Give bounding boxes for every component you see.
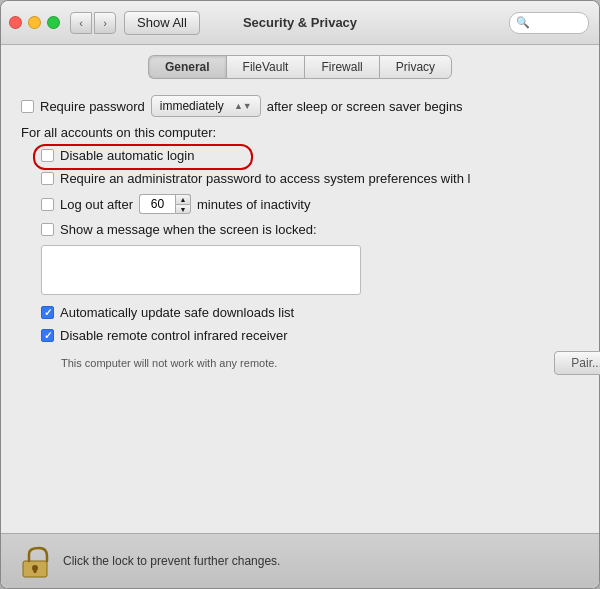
nav-forward-button[interactable]: › — [94, 12, 116, 34]
auto-update-row: Automatically update safe downloads list — [41, 305, 579, 320]
admin-password-checkbox[interactable] — [41, 172, 54, 185]
tab-privacy[interactable]: Privacy — [379, 55, 452, 79]
tab-general[interactable]: General — [148, 55, 226, 79]
nav-buttons: ‹ › — [70, 12, 116, 34]
svg-rect-2 — [34, 569, 37, 573]
show-message-checkbox[interactable] — [41, 223, 54, 236]
accounts-section-label: For all accounts on this computer: — [21, 125, 579, 140]
show-all-button[interactable]: Show All — [124, 11, 200, 35]
disable-remote-sub-label: This computer will not work with any rem… — [61, 357, 277, 369]
admin-password-label: Require an administrator password to acc… — [60, 171, 470, 186]
tab-bar: General FileVault Firewall Privacy — [21, 55, 579, 79]
pair-row: This computer will not work with any rem… — [61, 351, 600, 375]
stepper-down-button[interactable]: ▼ — [175, 204, 191, 214]
maximize-button[interactable] — [47, 16, 60, 29]
minimize-button[interactable] — [28, 16, 41, 29]
lock-label: Click the lock to prevent further change… — [63, 554, 280, 568]
show-message-row: Show a message when the screen is locked… — [41, 222, 579, 237]
logout-label-before: Log out after — [60, 197, 133, 212]
lock-icon[interactable] — [17, 543, 53, 579]
window-title: Security & Privacy — [243, 15, 357, 30]
tab-filevault[interactable]: FileVault — [226, 55, 305, 79]
logout-checkbox[interactable] — [41, 198, 54, 211]
require-password-checkbox[interactable] — [21, 100, 34, 113]
tab-firewall[interactable]: Firewall — [304, 55, 378, 79]
pair-button[interactable]: Pair... — [554, 351, 600, 375]
disable-remote-row: Disable remote control infrared receiver — [41, 328, 579, 343]
search-box[interactable]: 🔍 — [509, 12, 589, 34]
message-text-field[interactable] — [41, 245, 361, 295]
admin-password-row: Require an administrator password to acc… — [41, 171, 579, 186]
disable-login-container: Disable automatic login — [21, 148, 579, 163]
logout-stepper: ▲ ▼ — [139, 194, 191, 214]
disable-remote-label: Disable remote control infrared receiver — [60, 328, 288, 343]
logout-after-row: Log out after ▲ ▼ minutes of inactivity — [41, 194, 579, 214]
disable-login-label: Disable automatic login — [60, 148, 194, 163]
search-icon: 🔍 — [516, 16, 530, 29]
dropdown-arrow-icon: ▲▼ — [234, 101, 252, 111]
general-panel: Require password immediately ▲▼ after sl… — [21, 95, 579, 523]
password-timing-dropdown[interactable]: immediately ▲▼ — [151, 95, 261, 117]
main-content: General FileVault Firewall Privacy Requi… — [1, 45, 599, 533]
logout-label-after: minutes of inactivity — [197, 197, 310, 212]
disable-remote-checkbox[interactable] — [41, 329, 54, 342]
show-message-label: Show a message when the screen is locked… — [60, 222, 317, 237]
nav-back-button[interactable]: ‹ — [70, 12, 92, 34]
auto-update-checkbox[interactable] — [41, 306, 54, 319]
stepper-arrows: ▲ ▼ — [175, 194, 191, 214]
traffic-lights — [9, 16, 60, 29]
bottom-bar: Click the lock to prevent further change… — [1, 533, 599, 588]
require-password-label-after: after sleep or screen saver begins — [267, 99, 463, 114]
title-bar: ‹ › Show All Security & Privacy 🔍 — [1, 1, 599, 45]
stepper-up-button[interactable]: ▲ — [175, 194, 191, 204]
disable-login-checkbox[interactable] — [41, 149, 54, 162]
auto-update-label: Automatically update safe downloads list — [60, 305, 294, 320]
require-password-label-before: Require password — [40, 99, 145, 114]
require-password-row: Require password immediately ▲▼ after sl… — [21, 95, 579, 117]
disable-login-row: Disable automatic login — [41, 148, 579, 163]
close-button[interactable] — [9, 16, 22, 29]
logout-value-input[interactable] — [139, 194, 175, 214]
window: ‹ › Show All Security & Privacy 🔍 Genera… — [0, 0, 600, 589]
